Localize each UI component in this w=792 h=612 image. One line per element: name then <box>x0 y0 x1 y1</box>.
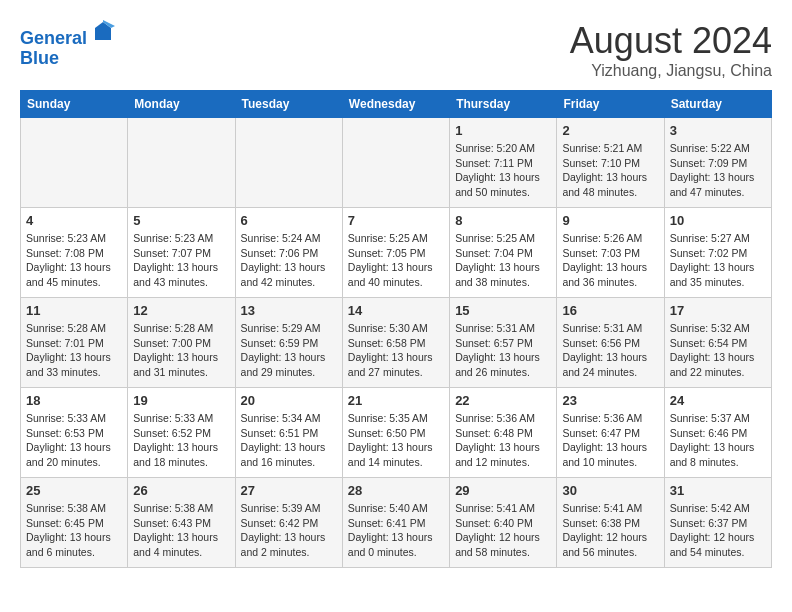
day-cell: 6Sunrise: 5:24 AM Sunset: 7:06 PM Daylig… <box>235 208 342 298</box>
day-info: Sunrise: 5:28 AM Sunset: 7:00 PM Dayligh… <box>133 321 229 380</box>
day-cell <box>342 118 449 208</box>
day-number: 26 <box>133 483 229 498</box>
week-row-1: 1Sunrise: 5:20 AM Sunset: 7:11 PM Daylig… <box>21 118 772 208</box>
weekday-header-sunday: Sunday <box>21 91 128 118</box>
day-cell: 16Sunrise: 5:31 AM Sunset: 6:56 PM Dayli… <box>557 298 664 388</box>
day-number: 1 <box>455 123 551 138</box>
day-cell: 13Sunrise: 5:29 AM Sunset: 6:59 PM Dayli… <box>235 298 342 388</box>
day-number: 10 <box>670 213 766 228</box>
day-cell: 2Sunrise: 5:21 AM Sunset: 7:10 PM Daylig… <box>557 118 664 208</box>
day-info: Sunrise: 5:28 AM Sunset: 7:01 PM Dayligh… <box>26 321 122 380</box>
day-number: 28 <box>348 483 444 498</box>
day-cell: 8Sunrise: 5:25 AM Sunset: 7:04 PM Daylig… <box>450 208 557 298</box>
weekday-header-friday: Friday <box>557 91 664 118</box>
day-cell: 21Sunrise: 5:35 AM Sunset: 6:50 PM Dayli… <box>342 388 449 478</box>
day-cell: 27Sunrise: 5:39 AM Sunset: 6:42 PM Dayli… <box>235 478 342 568</box>
logo-icon <box>91 20 115 44</box>
day-number: 25 <box>26 483 122 498</box>
day-info: Sunrise: 5:35 AM Sunset: 6:50 PM Dayligh… <box>348 411 444 470</box>
day-info: Sunrise: 5:31 AM Sunset: 6:56 PM Dayligh… <box>562 321 658 380</box>
day-number: 27 <box>241 483 337 498</box>
day-cell: 29Sunrise: 5:41 AM Sunset: 6:40 PM Dayli… <box>450 478 557 568</box>
day-number: 6 <box>241 213 337 228</box>
weekday-header-thursday: Thursday <box>450 91 557 118</box>
day-number: 23 <box>562 393 658 408</box>
day-info: Sunrise: 5:37 AM Sunset: 6:46 PM Dayligh… <box>670 411 766 470</box>
day-info: Sunrise: 5:23 AM Sunset: 7:07 PM Dayligh… <box>133 231 229 290</box>
day-number: 9 <box>562 213 658 228</box>
logo-blue: Blue <box>20 49 115 69</box>
day-info: Sunrise: 5:38 AM Sunset: 6:43 PM Dayligh… <box>133 501 229 560</box>
weekday-header-monday: Monday <box>128 91 235 118</box>
day-cell: 23Sunrise: 5:36 AM Sunset: 6:47 PM Dayli… <box>557 388 664 478</box>
day-info: Sunrise: 5:21 AM Sunset: 7:10 PM Dayligh… <box>562 141 658 200</box>
day-info: Sunrise: 5:31 AM Sunset: 6:57 PM Dayligh… <box>455 321 551 380</box>
day-info: Sunrise: 5:34 AM Sunset: 6:51 PM Dayligh… <box>241 411 337 470</box>
day-cell: 28Sunrise: 5:40 AM Sunset: 6:41 PM Dayli… <box>342 478 449 568</box>
day-number: 4 <box>26 213 122 228</box>
day-info: Sunrise: 5:23 AM Sunset: 7:08 PM Dayligh… <box>26 231 122 290</box>
day-number: 31 <box>670 483 766 498</box>
main-title: August 2024 <box>570 20 772 62</box>
day-info: Sunrise: 5:38 AM Sunset: 6:45 PM Dayligh… <box>26 501 122 560</box>
day-info: Sunrise: 5:40 AM Sunset: 6:41 PM Dayligh… <box>348 501 444 560</box>
day-info: Sunrise: 5:42 AM Sunset: 6:37 PM Dayligh… <box>670 501 766 560</box>
day-cell: 25Sunrise: 5:38 AM Sunset: 6:45 PM Dayli… <box>21 478 128 568</box>
day-cell: 4Sunrise: 5:23 AM Sunset: 7:08 PM Daylig… <box>21 208 128 298</box>
logo: General Blue <box>20 20 115 69</box>
day-info: Sunrise: 5:36 AM Sunset: 6:48 PM Dayligh… <box>455 411 551 470</box>
day-cell: 9Sunrise: 5:26 AM Sunset: 7:03 PM Daylig… <box>557 208 664 298</box>
day-number: 7 <box>348 213 444 228</box>
day-number: 5 <box>133 213 229 228</box>
day-number: 29 <box>455 483 551 498</box>
weekday-header-tuesday: Tuesday <box>235 91 342 118</box>
day-info: Sunrise: 5:36 AM Sunset: 6:47 PM Dayligh… <box>562 411 658 470</box>
day-info: Sunrise: 5:33 AM Sunset: 6:52 PM Dayligh… <box>133 411 229 470</box>
day-cell: 12Sunrise: 5:28 AM Sunset: 7:00 PM Dayli… <box>128 298 235 388</box>
day-number: 21 <box>348 393 444 408</box>
day-cell: 15Sunrise: 5:31 AM Sunset: 6:57 PM Dayli… <box>450 298 557 388</box>
logo-text: General <box>20 20 115 49</box>
day-cell: 18Sunrise: 5:33 AM Sunset: 6:53 PM Dayli… <box>21 388 128 478</box>
day-number: 15 <box>455 303 551 318</box>
day-cell: 24Sunrise: 5:37 AM Sunset: 6:46 PM Dayli… <box>664 388 771 478</box>
day-number: 16 <box>562 303 658 318</box>
day-cell <box>21 118 128 208</box>
day-cell: 22Sunrise: 5:36 AM Sunset: 6:48 PM Dayli… <box>450 388 557 478</box>
day-info: Sunrise: 5:41 AM Sunset: 6:38 PM Dayligh… <box>562 501 658 560</box>
page-header: General Blue August 2024 Yizhuang, Jiang… <box>20 20 772 80</box>
day-number: 17 <box>670 303 766 318</box>
day-number: 22 <box>455 393 551 408</box>
day-cell: 5Sunrise: 5:23 AM Sunset: 7:07 PM Daylig… <box>128 208 235 298</box>
weekday-header-row: SundayMondayTuesdayWednesdayThursdayFrid… <box>21 91 772 118</box>
day-number: 11 <box>26 303 122 318</box>
day-number: 19 <box>133 393 229 408</box>
weekday-header-wednesday: Wednesday <box>342 91 449 118</box>
week-row-2: 4Sunrise: 5:23 AM Sunset: 7:08 PM Daylig… <box>21 208 772 298</box>
week-row-3: 11Sunrise: 5:28 AM Sunset: 7:01 PM Dayli… <box>21 298 772 388</box>
day-cell: 31Sunrise: 5:42 AM Sunset: 6:37 PM Dayli… <box>664 478 771 568</box>
day-info: Sunrise: 5:20 AM Sunset: 7:11 PM Dayligh… <box>455 141 551 200</box>
day-cell: 14Sunrise: 5:30 AM Sunset: 6:58 PM Dayli… <box>342 298 449 388</box>
day-info: Sunrise: 5:25 AM Sunset: 7:04 PM Dayligh… <box>455 231 551 290</box>
day-cell: 10Sunrise: 5:27 AM Sunset: 7:02 PM Dayli… <box>664 208 771 298</box>
weekday-header-saturday: Saturday <box>664 91 771 118</box>
day-cell <box>128 118 235 208</box>
day-cell: 26Sunrise: 5:38 AM Sunset: 6:43 PM Dayli… <box>128 478 235 568</box>
day-info: Sunrise: 5:27 AM Sunset: 7:02 PM Dayligh… <box>670 231 766 290</box>
day-number: 30 <box>562 483 658 498</box>
day-number: 13 <box>241 303 337 318</box>
day-number: 14 <box>348 303 444 318</box>
day-info: Sunrise: 5:39 AM Sunset: 6:42 PM Dayligh… <box>241 501 337 560</box>
title-block: August 2024 Yizhuang, Jiangsu, China <box>570 20 772 80</box>
day-info: Sunrise: 5:30 AM Sunset: 6:58 PM Dayligh… <box>348 321 444 380</box>
day-cell <box>235 118 342 208</box>
day-cell: 7Sunrise: 5:25 AM Sunset: 7:05 PM Daylig… <box>342 208 449 298</box>
day-info: Sunrise: 5:41 AM Sunset: 6:40 PM Dayligh… <box>455 501 551 560</box>
day-cell: 19Sunrise: 5:33 AM Sunset: 6:52 PM Dayli… <box>128 388 235 478</box>
day-info: Sunrise: 5:33 AM Sunset: 6:53 PM Dayligh… <box>26 411 122 470</box>
day-info: Sunrise: 5:26 AM Sunset: 7:03 PM Dayligh… <box>562 231 658 290</box>
week-row-5: 25Sunrise: 5:38 AM Sunset: 6:45 PM Dayli… <box>21 478 772 568</box>
calendar-table: SundayMondayTuesdayWednesdayThursdayFrid… <box>20 90 772 568</box>
day-number: 2 <box>562 123 658 138</box>
